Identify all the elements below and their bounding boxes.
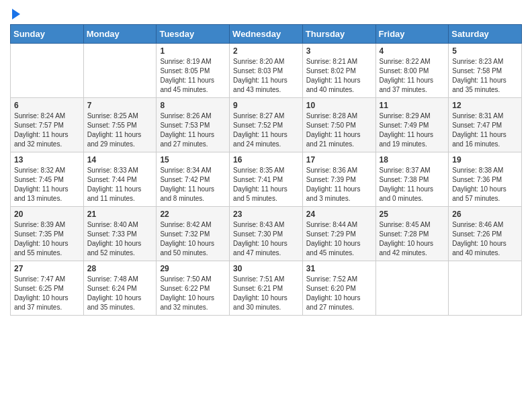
cell-content: Sunrise: 7:51 AMSunset: 6:21 PMDaylight:… — [233, 275, 299, 312]
cell-content: Sunrise: 8:36 AMSunset: 7:39 PMDaylight:… — [306, 166, 372, 203]
day-number: 21 — [87, 210, 153, 219]
cell-content: Sunrise: 8:25 AMSunset: 7:55 PMDaylight:… — [87, 111, 153, 149]
cell-content: Sunrise: 8:20 AMSunset: 8:03 PMDaylight:… — [233, 57, 299, 95]
calendar-cell: 1Sunrise: 8:19 AMSunset: 8:05 PMDaylight… — [157, 43, 230, 97]
day-number: 16 — [233, 155, 299, 165]
week-row-3: 13Sunrise: 8:32 AMSunset: 7:45 PMDayligh… — [11, 152, 522, 206]
day-number: 9 — [233, 101, 299, 110]
calendar-cell: 13Sunrise: 8:32 AMSunset: 7:45 PMDayligh… — [11, 152, 84, 206]
calendar: SundayMondayTuesdayWednesdayThursdayFrid… — [10, 24, 522, 316]
day-number: 8 — [160, 101, 226, 110]
calendar-cell: 25Sunrise: 8:45 AMSunset: 7:28 PMDayligh… — [375, 206, 449, 261]
calendar-cell — [449, 261, 522, 315]
cell-content: Sunrise: 7:52 AMSunset: 6:20 PMDaylight:… — [306, 275, 372, 312]
week-row-2: 6Sunrise: 8:24 AMSunset: 7:57 PMDaylight… — [11, 97, 522, 152]
calendar-cell: 22Sunrise: 8:42 AMSunset: 7:32 PMDayligh… — [157, 206, 230, 261]
calendar-cell: 3Sunrise: 8:21 AMSunset: 8:02 PMDaylight… — [302, 43, 375, 97]
calendar-cell: 5Sunrise: 8:23 AMSunset: 7:58 PMDaylight… — [449, 43, 522, 97]
cell-content: Sunrise: 7:47 AMSunset: 6:25 PMDaylight:… — [14, 275, 80, 312]
calendar-cell: 23Sunrise: 8:43 AMSunset: 7:30 PMDayligh… — [230, 206, 303, 261]
cell-content: Sunrise: 8:29 AMSunset: 7:49 PMDaylight:… — [380, 111, 445, 149]
day-number: 15 — [160, 155, 226, 165]
day-number: 27 — [14, 264, 80, 273]
weekday-header-thursday: Thursday — [302, 24, 375, 43]
day-number: 12 — [452, 101, 518, 110]
cell-content: Sunrise: 8:44 AMSunset: 7:29 PMDaylight:… — [306, 220, 372, 258]
cell-content: Sunrise: 8:19 AMSunset: 8:05 PMDaylight:… — [160, 57, 226, 95]
logo-arrow-icon — [12, 9, 20, 19]
cell-content: Sunrise: 8:24 AMSunset: 7:57 PMDaylight:… — [14, 111, 80, 149]
calendar-cell: 8Sunrise: 8:26 AMSunset: 7:53 PMDaylight… — [157, 97, 230, 152]
cell-content: Sunrise: 8:40 AMSunset: 7:33 PMDaylight:… — [87, 220, 153, 258]
day-number: 1 — [160, 46, 226, 56]
calendar-cell: 19Sunrise: 8:38 AMSunset: 7:36 PMDayligh… — [449, 152, 522, 206]
calendar-cell: 24Sunrise: 8:44 AMSunset: 7:29 PMDayligh… — [302, 206, 375, 261]
calendar-cell: 11Sunrise: 8:29 AMSunset: 7:49 PMDayligh… — [375, 97, 449, 152]
day-number: 4 — [380, 46, 445, 56]
day-number: 24 — [306, 210, 372, 219]
day-number: 2 — [233, 46, 299, 56]
cell-content: Sunrise: 8:22 AMSunset: 8:00 PMDaylight:… — [380, 57, 445, 95]
calendar-cell: 12Sunrise: 8:31 AMSunset: 7:47 PMDayligh… — [449, 97, 522, 152]
day-number: 29 — [160, 264, 226, 273]
weekday-header-monday: Monday — [83, 24, 157, 43]
day-number: 22 — [160, 210, 226, 219]
day-number: 31 — [306, 264, 372, 273]
day-number: 25 — [380, 210, 445, 219]
weekday-header-row: SundayMondayTuesdayWednesdayThursdayFrid… — [11, 24, 522, 43]
cell-content: Sunrise: 8:32 AMSunset: 7:45 PMDaylight:… — [14, 166, 80, 203]
calendar-cell: 21Sunrise: 8:40 AMSunset: 7:33 PMDayligh… — [83, 206, 157, 261]
calendar-cell — [11, 43, 84, 97]
week-row-1: 1Sunrise: 8:19 AMSunset: 8:05 PMDaylight… — [11, 43, 522, 97]
cell-content: Sunrise: 8:45 AMSunset: 7:28 PMDaylight:… — [380, 220, 445, 258]
weekday-header-sunday: Sunday — [11, 24, 84, 43]
calendar-cell: 4Sunrise: 8:22 AMSunset: 8:00 PMDaylight… — [375, 43, 449, 97]
day-number: 3 — [306, 46, 372, 56]
weekday-header-saturday: Saturday — [449, 24, 522, 43]
cell-content: Sunrise: 8:42 AMSunset: 7:32 PMDaylight:… — [160, 220, 226, 258]
calendar-cell: 17Sunrise: 8:36 AMSunset: 7:39 PMDayligh… — [302, 152, 375, 206]
day-number: 17 — [306, 155, 372, 165]
day-number: 6 — [14, 101, 80, 110]
calendar-cell: 6Sunrise: 8:24 AMSunset: 7:57 PMDaylight… — [11, 97, 84, 152]
cell-content: Sunrise: 8:26 AMSunset: 7:53 PMDaylight:… — [160, 111, 226, 149]
calendar-cell: 20Sunrise: 8:39 AMSunset: 7:35 PMDayligh… — [11, 206, 84, 261]
calendar-cell: 7Sunrise: 8:25 AMSunset: 7:55 PMDaylight… — [83, 97, 157, 152]
day-number: 26 — [452, 210, 518, 219]
cell-content: Sunrise: 8:35 AMSunset: 7:41 PMDaylight:… — [233, 166, 299, 203]
calendar-cell: 10Sunrise: 8:28 AMSunset: 7:50 PMDayligh… — [302, 97, 375, 152]
calendar-cell: 18Sunrise: 8:37 AMSunset: 7:38 PMDayligh… — [375, 152, 449, 206]
logo — [10, 7, 20, 20]
cell-content: Sunrise: 8:23 AMSunset: 7:58 PMDaylight:… — [452, 57, 518, 95]
calendar-cell — [375, 261, 449, 315]
day-number: 5 — [452, 46, 518, 56]
calendar-cell: 31Sunrise: 7:52 AMSunset: 6:20 PMDayligh… — [302, 261, 375, 315]
cell-content: Sunrise: 8:34 AMSunset: 7:42 PMDaylight:… — [160, 166, 226, 203]
weekday-header-friday: Friday — [375, 24, 449, 43]
cell-content: Sunrise: 7:50 AMSunset: 6:22 PMDaylight:… — [160, 275, 226, 312]
cell-content: Sunrise: 7:48 AMSunset: 6:24 PMDaylight:… — [87, 275, 153, 312]
calendar-cell — [83, 43, 157, 97]
day-number: 18 — [380, 155, 445, 165]
cell-content: Sunrise: 8:46 AMSunset: 7:26 PMDaylight:… — [452, 220, 518, 258]
calendar-cell: 30Sunrise: 7:51 AMSunset: 6:21 PMDayligh… — [230, 261, 303, 315]
week-row-4: 20Sunrise: 8:39 AMSunset: 7:35 PMDayligh… — [11, 206, 522, 261]
day-number: 11 — [380, 101, 445, 110]
calendar-cell: 16Sunrise: 8:35 AMSunset: 7:41 PMDayligh… — [230, 152, 303, 206]
weekday-header-tuesday: Tuesday — [157, 24, 230, 43]
cell-content: Sunrise: 8:31 AMSunset: 7:47 PMDaylight:… — [452, 111, 518, 149]
calendar-cell: 15Sunrise: 8:34 AMSunset: 7:42 PMDayligh… — [157, 152, 230, 206]
cell-content: Sunrise: 8:39 AMSunset: 7:35 PMDaylight:… — [14, 220, 80, 258]
cell-content: Sunrise: 8:33 AMSunset: 7:44 PMDaylight:… — [87, 166, 153, 203]
cell-content: Sunrise: 8:27 AMSunset: 7:52 PMDaylight:… — [233, 111, 299, 149]
cell-content: Sunrise: 8:38 AMSunset: 7:36 PMDaylight:… — [452, 166, 518, 203]
week-row-5: 27Sunrise: 7:47 AMSunset: 6:25 PMDayligh… — [11, 261, 522, 315]
calendar-cell: 9Sunrise: 8:27 AMSunset: 7:52 PMDaylight… — [230, 97, 303, 152]
cell-content: Sunrise: 8:28 AMSunset: 7:50 PMDaylight:… — [306, 111, 372, 149]
cell-content: Sunrise: 8:43 AMSunset: 7:30 PMDaylight:… — [233, 220, 299, 258]
calendar-cell: 29Sunrise: 7:50 AMSunset: 6:22 PMDayligh… — [157, 261, 230, 315]
day-number: 19 — [452, 155, 518, 165]
day-number: 30 — [233, 264, 299, 273]
day-number: 13 — [14, 155, 80, 165]
header — [10, 7, 522, 20]
